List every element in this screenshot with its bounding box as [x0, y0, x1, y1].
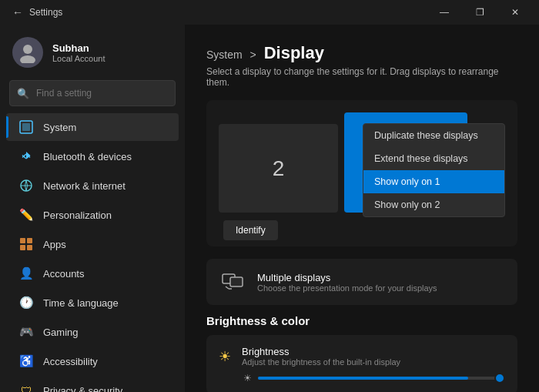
- sidebar-item-time[interactable]: 🕐 Time & language: [6, 289, 179, 317]
- sidebar-item-label-time: Time & language: [43, 297, 119, 309]
- svg-point-1: [20, 55, 35, 63]
- brightness-subtitle: Adjust the brightness of the built-in di…: [242, 357, 400, 367]
- sidebar-item-label-accounts: Accounts: [43, 268, 84, 280]
- avatar: [12, 37, 43, 68]
- brightness-section-title: Brightness & color: [206, 314, 517, 327]
- window-controls: — ❐ ✕: [427, 0, 533, 25]
- identify-area: Identify: [219, 220, 505, 240]
- svg-line-14: [226, 286, 229, 289]
- brightness-row: ☀ Brightness Adjust the brightness of th…: [219, 346, 505, 367]
- brightness-card: ☀ Brightness Adjust the brightness of th…: [206, 335, 517, 392]
- sidebar-item-label-apps: Apps: [43, 239, 66, 250]
- svg-rect-13: [230, 277, 243, 286]
- display-preview-area: 2 1 Duplicate these displays Extend thes…: [206, 100, 517, 246]
- sidebar-item-network[interactable]: Network & internet: [6, 172, 179, 199]
- sidebar-item-personalization[interactable]: ✏️ Personalization: [6, 201, 179, 229]
- sidebar-item-label-accessibility: Accessibility: [43, 356, 98, 367]
- time-icon: 🕐: [18, 295, 34, 310]
- sidebar-item-label-gaming: Gaming: [43, 327, 79, 338]
- brightness-low-icon: ☀: [243, 373, 252, 384]
- personalization-icon: ✏️: [18, 207, 34, 223]
- multiple-displays-icon: [219, 268, 246, 296]
- display-dropdown: Duplicate these displays Extend these di…: [363, 123, 505, 217]
- sidebar-item-system[interactable]: System: [6, 113, 179, 141]
- minimize-button[interactable]: —: [427, 0, 462, 25]
- brightness-sun-icon: ☀: [219, 348, 231, 365]
- apps-icon: [18, 236, 34, 252]
- username: Subhan: [52, 42, 105, 54]
- brightness-info: Brightness Adjust the brightness of the …: [242, 346, 400, 367]
- monitor-2[interactable]: 2: [219, 124, 338, 213]
- brightness-slider-row: ☀: [219, 373, 505, 384]
- content-area: System > Display Select a display to cha…: [185, 25, 539, 392]
- brightness-title: Brightness: [242, 346, 400, 357]
- dropdown-item-show2[interactable]: Show only on 2: [363, 193, 504, 216]
- user-info: Subhan Local Account: [52, 42, 105, 63]
- multiple-displays-card[interactable]: Multiple displays Choose the presentatio…: [206, 259, 517, 305]
- svg-rect-7: [20, 245, 25, 250]
- back-icon[interactable]: ←: [12, 6, 23, 18]
- sidebar-item-gaming[interactable]: 🎮 Gaming: [6, 318, 179, 346]
- multiple-displays-text: Multiple displays Choose the presentatio…: [257, 272, 437, 293]
- monitors-row: 2 1 Duplicate these displays Extend thes…: [219, 112, 505, 213]
- identify-button[interactable]: Identify: [223, 220, 278, 240]
- breadcrumb-current: Display: [264, 43, 324, 62]
- sidebar-item-label-system: System: [43, 122, 76, 133]
- user-profile[interactable]: Subhan Local Account: [0, 31, 185, 80]
- dropdown-item-show1[interactable]: Show only on 1: [363, 170, 504, 193]
- close-button[interactable]: ✕: [497, 0, 533, 25]
- title-bar-left: ← Settings: [12, 6, 62, 18]
- system-icon: [18, 119, 34, 135]
- multiple-displays-subtitle: Choose the presentation mode for your di…: [257, 283, 437, 293]
- search-container: 🔍: [9, 80, 176, 106]
- sidebar-item-label-bluetooth: Bluetooth & devices: [43, 151, 132, 162]
- slider-thumb: [494, 373, 505, 384]
- search-input[interactable]: [9, 80, 176, 106]
- network-icon: [18, 178, 34, 193]
- svg-point-0: [23, 45, 32, 54]
- privacy-icon: 🛡: [18, 383, 34, 392]
- slider-fill: [258, 377, 468, 380]
- sidebar-item-bluetooth[interactable]: Bluetooth & devices: [6, 142, 179, 170]
- sidebar-item-privacy[interactable]: 🛡 Privacy & security: [6, 377, 179, 392]
- accounts-icon: 👤: [18, 266, 34, 281]
- svg-rect-8: [27, 245, 32, 250]
- maximize-button[interactable]: ❐: [462, 0, 497, 25]
- dropdown-item-duplicate[interactable]: Duplicate these displays: [363, 124, 504, 147]
- sidebar-item-label-network: Network & internet: [43, 180, 126, 192]
- sidebar-item-label-privacy: Privacy & security: [43, 385, 122, 393]
- sidebar-item-accounts[interactable]: 👤 Accounts: [6, 260, 179, 287]
- breadcrumb: System > Display: [206, 43, 517, 63]
- sidebar: Subhan Local Account 🔍 System: [0, 25, 185, 392]
- page-subtitle: Select a display to change the settings …: [206, 66, 517, 88]
- app-title: Settings: [29, 7, 62, 18]
- brightness-slider[interactable]: [258, 377, 505, 380]
- breadcrumb-separator: >: [250, 49, 259, 61]
- sidebar-item-apps[interactable]: Apps: [6, 230, 179, 258]
- multiple-displays-title: Multiple displays: [257, 272, 437, 283]
- title-bar: ← Settings — ❐ ✕: [0, 0, 539, 25]
- svg-rect-3: [22, 123, 30, 131]
- main-layout: Subhan Local Account 🔍 System: [0, 25, 539, 392]
- gaming-icon: 🎮: [18, 324, 34, 340]
- sidebar-item-label-personalization: Personalization: [43, 209, 112, 221]
- svg-rect-6: [27, 238, 32, 243]
- svg-rect-5: [20, 238, 25, 243]
- sidebar-item-accessibility[interactable]: ♿ Accessibility: [6, 347, 179, 375]
- dropdown-item-extend[interactable]: Extend these displays: [363, 147, 504, 170]
- account-type: Local Account: [52, 54, 105, 63]
- accessibility-icon: ♿: [18, 353, 34, 369]
- bluetooth-icon: [18, 149, 34, 164]
- search-icon: 🔍: [17, 88, 29, 99]
- breadcrumb-parent: System: [206, 49, 243, 61]
